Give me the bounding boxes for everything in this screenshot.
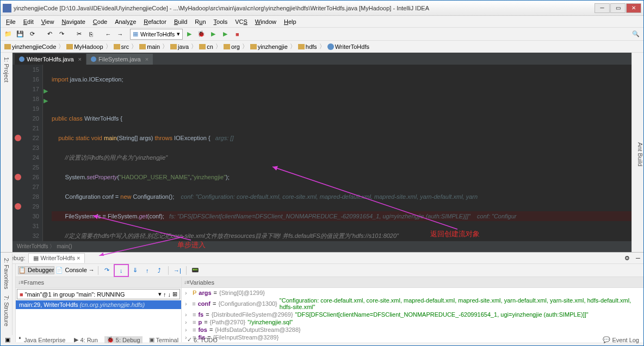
bc-1[interactable]: MyHadoop — [65, 43, 104, 50]
left-tool-window-bar[interactable]: 1: Project — [1, 53, 13, 252]
left-bottom-bar[interactable]: 2: Favorites7: Structure — [1, 254, 13, 335]
bt-terminal[interactable]: ▣ Terminal — [147, 336, 181, 343]
vars-header: ↓≡ Variables — [182, 277, 643, 288]
breakpoint-icon[interactable] — [15, 174, 21, 180]
step-over-icon[interactable]: ↷ — [102, 265, 113, 276]
bc-5[interactable]: cn — [197, 43, 215, 50]
stop-icon[interactable]: ■ — [232, 29, 243, 40]
tab-filesystem[interactable]: FileSystem.java× — [86, 54, 153, 65]
menu-navigate[interactable]: Navigate — [58, 17, 88, 26]
debug-tab-writer[interactable]: ▦ WriterToHdfs × — [28, 253, 85, 263]
bc-6[interactable]: org — [222, 43, 242, 50]
save-icon[interactable]: 💾 — [15, 29, 26, 40]
menu-tools[interactable]: Tools — [210, 17, 231, 26]
evaluate-icon[interactable]: 📟 — [190, 265, 201, 276]
bc-2[interactable]: src — [112, 43, 131, 50]
force-step-into-icon[interactable]: ⇓ — [130, 265, 141, 276]
bt-java[interactable]: 🬀 Java Enterprise — [17, 337, 67, 343]
menu-view[interactable]: View — [38, 17, 58, 26]
gutter[interactable]: 15 16 17▶ 18▶ 19 20 21 22 23 24 25 26 27… — [13, 65, 43, 241]
step-out-icon[interactable]: ↑ — [142, 265, 153, 276]
bc-9[interactable]: WriterToHdfs — [326, 43, 371, 50]
main-toolbar: 📁 💾 ⟳ ↶ ↷ ✂ ⎘ ← → ▦ WriterToHdfs ▾ ▶ 🐞 ▶… — [1, 28, 643, 41]
cut-icon[interactable]: ✂ — [73, 29, 84, 40]
code-editor[interactable]: 15 16 17▶ 18▶ 19 20 21 22 23 24 25 26 27… — [13, 65, 631, 241]
frames-header: ↓≡ Frames — [16, 277, 181, 288]
close-icon[interactable]: × — [78, 56, 82, 62]
var-row[interactable]: ›≡ fis = {FileInputStream@3289} — [183, 334, 642, 341]
gear-icon[interactable]: ⚙ — [622, 253, 633, 263]
menu-edit[interactable]: Edit — [20, 17, 37, 26]
bc-4[interactable]: java — [169, 43, 190, 50]
copy-icon[interactable]: ⎘ — [85, 29, 96, 40]
bt-run[interactable]: ▶ 4: Run — [72, 336, 100, 343]
variables-list[interactable]: ›P args = {String[0]@1299} ›≡ conf = {Co… — [182, 288, 643, 342]
editor-tabs: WriterToHdfs.java× FileSystem.java× — [13, 53, 631, 65]
close-icon[interactable]: × — [145, 56, 148, 62]
menu-window[interactable]: Window — [252, 17, 280, 26]
menu-vcs[interactable]: VCS — [232, 17, 251, 26]
step-into-highlight: ↓ — [114, 264, 129, 277]
right-tool-window-bar[interactable]: Ant BuildDatabasemMaven Projects — [631, 53, 643, 252]
menu-refactor[interactable]: Refactor — [140, 17, 170, 26]
var-row[interactable]: ›≡ conf = {Configuration@1300} "Configur… — [183, 297, 642, 311]
undo-icon[interactable]: ↶ — [44, 29, 55, 40]
bc-3[interactable]: main — [138, 43, 162, 50]
debug-toolbar: 📋 Debugger 📄 Console → ↷ ↓ ⇓ ↑ ⤴ →| 📟 — [16, 264, 643, 277]
back-icon[interactable]: ← — [103, 29, 114, 40]
open-icon[interactable]: 📁 — [3, 29, 14, 40]
menu-file[interactable]: File — [3, 17, 19, 26]
console-tab[interactable]: 📄 Console → — [55, 267, 94, 274]
menu-help[interactable]: Help — [281, 17, 300, 26]
app-icon — [3, 4, 11, 12]
debug-panel: Debug: ▦ WriterToHdfs × ⚙ ─ ⟳ ▶ ■ ●● ⊘ 📋… — [1, 252, 643, 334]
window-title: yinzhengjieCode [D:\10.Java\IDE\ideaIU\y… — [14, 5, 595, 11]
bc-7[interactable]: yinzhengjie — [249, 43, 289, 50]
menubar: File Edit View Navigate Code Analyze Ref… — [1, 16, 643, 28]
run-config-combo[interactable]: ▦ WriterToHdfs ▾ — [130, 29, 183, 40]
menu-analyze[interactable]: Analyze — [112, 17, 139, 26]
editor-breadcrumb[interactable]: WriterToHdfs 〉 main() — [13, 241, 631, 252]
run-icon[interactable]: ▶ — [184, 29, 195, 40]
close-button[interactable]: ✕ — [626, 3, 641, 13]
forward-icon[interactable]: → — [115, 29, 126, 40]
minimize-button[interactable]: ─ — [595, 3, 610, 13]
debug-icon[interactable]: 🐞 — [196, 29, 207, 40]
bt-debug[interactable]: 🐞 5: Debug — [104, 336, 143, 343]
bt-eventlog[interactable]: 💬 Event Log — [600, 336, 641, 343]
menu-code[interactable]: Code — [90, 17, 110, 26]
annotation-step-into: 单步进入 — [177, 240, 206, 250]
search-icon[interactable]: 🔍 — [630, 29, 641, 40]
annotation-return-stream: 返回创建流对象 — [430, 229, 480, 239]
breakpoint-icon[interactable] — [15, 135, 21, 141]
tab-writer[interactable]: WriterToHdfs.java× — [15, 54, 86, 65]
run2-icon[interactable]: ▶ — [208, 29, 219, 40]
maximize-button[interactable]: ▭ — [610, 3, 626, 13]
var-row[interactable]: ›≡ fos = {HdfsDataOutputStream@3288} — [183, 326, 642, 334]
bc-8[interactable]: hdfs — [296, 43, 319, 50]
drop-frame-icon[interactable]: ⤴ — [154, 265, 165, 276]
var-row[interactable]: ›P args = {String[0]@1299} — [183, 289, 642, 297]
var-row[interactable]: ›≡ p = {Path@2970} "/yinzhengjie.sql" — [183, 318, 642, 326]
run-to-cursor-icon[interactable]: →| — [172, 265, 183, 276]
run3-icon[interactable]: ▶ — [220, 29, 231, 40]
breakpoint-icon[interactable] — [15, 203, 21, 210]
menu-run[interactable]: Run — [191, 17, 209, 26]
breadcrumb: yinzhengjieCode〉 MyHadoop〉 src〉 main〉 ja… — [1, 41, 643, 53]
bt-todo[interactable]: ✓ 6: TODO — [185, 336, 220, 343]
frame-row[interactable]: main:29, WriterToHdfs (cn.org.yinzhengji… — [16, 300, 181, 309]
titlebar: yinzhengjieCode [D:\10.Java\IDE\ideaIU\y… — [1, 1, 643, 16]
step-into-icon[interactable]: ↓ — [116, 265, 127, 276]
bc-root[interactable]: yinzhengjieCode — [3, 43, 58, 50]
menu-build[interactable]: Build — [171, 17, 190, 26]
refresh-icon[interactable]: ⟳ — [27, 29, 38, 40]
redo-icon[interactable]: ↷ — [56, 29, 67, 40]
thread-combo[interactable]: ■ "main"@1 in group "main": RUNNING▾ ↑ ↓… — [17, 289, 180, 299]
debugger-tab[interactable]: 📋 Debugger — [18, 266, 54, 274]
var-row[interactable]: ›≡ fs = {DistributedFileSystem@2969} "DF… — [183, 311, 642, 318]
minimize-icon[interactable]: ─ — [633, 253, 643, 263]
